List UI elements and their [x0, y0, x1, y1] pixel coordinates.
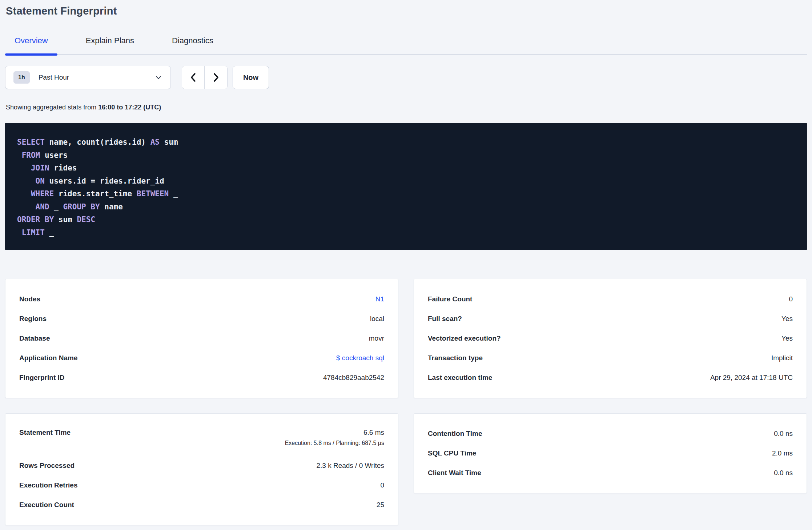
stat-label: Execution Count	[19, 501, 74, 509]
tab-diagnostics[interactable]: Diagnostics	[162, 34, 223, 54]
sql-text: _	[45, 228, 54, 237]
page-title: Statement Fingerprint	[6, 5, 807, 17]
sql-text: sum	[54, 215, 77, 224]
stat-value-wrap: 4784cb829aab2542	[323, 374, 384, 382]
stat-value-link[interactable]: $ cockroach sql	[336, 354, 384, 362]
details-card-left: NodesN1RegionslocalDatabasemovrApplicati…	[5, 279, 398, 398]
stat-row: Failure Count0	[428, 289, 793, 309]
stat-row: Vectorized execution?Yes	[428, 329, 793, 348]
sql-text: _	[169, 189, 178, 198]
sql-text	[17, 228, 22, 237]
stat-label: Failure Count	[428, 295, 472, 303]
stat-label: Vectorized execution?	[428, 334, 501, 342]
stat-label: Statement Time	[19, 429, 71, 437]
stat-label: Execution Retries	[19, 481, 78, 489]
stat-value-wrap: 6.6 msExecution: 5.8 ms / Planning: 687.…	[285, 429, 384, 446]
sql-text: _	[49, 202, 63, 211]
sql-keyword: DESC	[77, 215, 95, 224]
next-time-button[interactable]	[205, 66, 227, 89]
prev-time-button[interactable]	[182, 66, 205, 89]
sql-text	[17, 164, 31, 172]
now-button[interactable]: Now	[233, 66, 269, 89]
stat-value: 0	[380, 481, 384, 489]
sql-keyword: FROM	[22, 151, 40, 160]
stat-subvalue: Execution: 5.8 ms / Planning: 687.5 µs	[285, 440, 384, 446]
stat-label: SQL CPU Time	[428, 449, 476, 457]
stat-value-wrap: N1	[375, 295, 384, 303]
timing-card-left: Statement Time6.6 msExecution: 5.8 ms / …	[5, 413, 398, 525]
sql-code-line: FROM users	[17, 149, 800, 162]
stat-label: Client Wait Time	[428, 469, 481, 477]
stat-value-wrap: local	[370, 315, 384, 323]
sql-text: sum	[160, 138, 178, 146]
stat-label: Database	[19, 334, 50, 342]
stat-label: Regions	[19, 315, 47, 323]
stat-label: Last execution time	[428, 374, 492, 382]
sql-statement-box: SELECT name, count(rides.id) AS sum FROM…	[5, 123, 807, 250]
stat-label: Full scan?	[428, 315, 462, 323]
stat-value: 6.6 ms	[363, 429, 384, 436]
stat-value: Yes	[781, 315, 793, 322]
timing-cards-row: Statement Time6.6 msExecution: 5.8 ms / …	[5, 413, 807, 525]
stat-row: Fingerprint ID4784cb829aab2542	[19, 368, 384, 388]
time-range-badge: 1h	[13, 71, 30, 84]
details-cards-row: NodesN1RegionslocalDatabasemovrApplicati…	[5, 279, 807, 398]
stat-value-wrap: 25	[377, 501, 384, 509]
chevron-left-icon	[189, 72, 198, 83]
stat-row: Last execution timeApr 29, 2024 at 17:18…	[428, 368, 793, 388]
chevron-down-icon	[154, 73, 162, 81]
sql-code-line: ON users.id = rides.rider_id	[17, 175, 800, 188]
sql-text: rides	[49, 164, 77, 172]
stat-row: SQL CPU Time2.0 ms	[428, 443, 793, 463]
tab-overview[interactable]: Overview	[5, 34, 57, 54]
stat-value-wrap: Apr 29, 2024 at 17:18 UTC	[710, 374, 793, 382]
time-range-dropdown[interactable]: 1h Past Hour	[5, 66, 171, 89]
stat-row: NodesN1	[19, 289, 384, 309]
stat-label: Transaction type	[428, 354, 483, 362]
stat-value: movr	[369, 334, 384, 342]
stat-value: 0.0 ns	[774, 469, 793, 477]
stat-value: 0	[789, 295, 793, 303]
sql-keyword: AS	[150, 138, 160, 146]
stat-row: Client Wait Time0.0 ns	[428, 463, 793, 483]
stat-row: Transaction typeImplicit	[428, 348, 793, 368]
sql-text: users	[40, 151, 68, 160]
stat-value: Implicit	[771, 354, 793, 362]
stat-row: Regionslocal	[19, 309, 384, 329]
details-card-right: Failure Count0Full scan?YesVectorized ex…	[414, 279, 807, 398]
time-controls: 1h Past Hour	[5, 66, 807, 89]
stat-row: Databasemovr	[19, 329, 384, 348]
sql-keyword: AND	[36, 202, 49, 211]
stat-value-wrap: 0.0 ns	[774, 430, 793, 438]
stat-value: Yes	[781, 334, 793, 342]
time-step-buttons	[182, 66, 228, 89]
sql-code-line: AND _ GROUP BY name	[17, 201, 800, 214]
sql-keyword: BETWEEN	[137, 189, 169, 198]
stat-row: Execution Retries0	[19, 475, 384, 495]
stat-value-wrap: movr	[369, 334, 384, 342]
sql-text	[17, 151, 22, 160]
stat-label: Rows Processed	[19, 462, 75, 470]
stat-value-wrap: Yes	[781, 334, 793, 342]
stat-value: 2.3 k Reads / 0 Writes	[316, 462, 384, 469]
stat-row: Application Name$ cockroach sql	[19, 348, 384, 368]
sql-keyword: GROUP BY	[63, 202, 100, 211]
sql-code-line: SELECT name, count(rides.id) AS sum	[17, 136, 800, 149]
stat-label: Nodes	[19, 295, 40, 303]
sql-keyword: LIMIT	[22, 228, 45, 237]
stat-value: local	[370, 315, 384, 322]
stat-value-wrap: $ cockroach sql	[336, 354, 384, 362]
sql-text: name, count(rides.id)	[45, 138, 150, 146]
stat-value-link[interactable]: N1	[375, 295, 384, 303]
stat-value-wrap: Implicit	[771, 354, 793, 362]
stat-row: Contention Time0.0 ns	[428, 424, 793, 443]
stat-value: 4784cb829aab2542	[323, 374, 384, 381]
sql-code-line: WHERE rides.start_time BETWEEN _	[17, 188, 800, 201]
tab-explain-plans[interactable]: Explain Plans	[76, 34, 144, 54]
sql-keyword: WHERE	[31, 189, 54, 198]
stat-value: Apr 29, 2024 at 17:18 UTC	[710, 374, 793, 381]
sql-code-line: LIMIT _	[17, 226, 800, 240]
sql-text	[17, 177, 36, 185]
stat-value: 2.0 ms	[772, 449, 793, 457]
stat-label: Application Name	[19, 354, 77, 362]
